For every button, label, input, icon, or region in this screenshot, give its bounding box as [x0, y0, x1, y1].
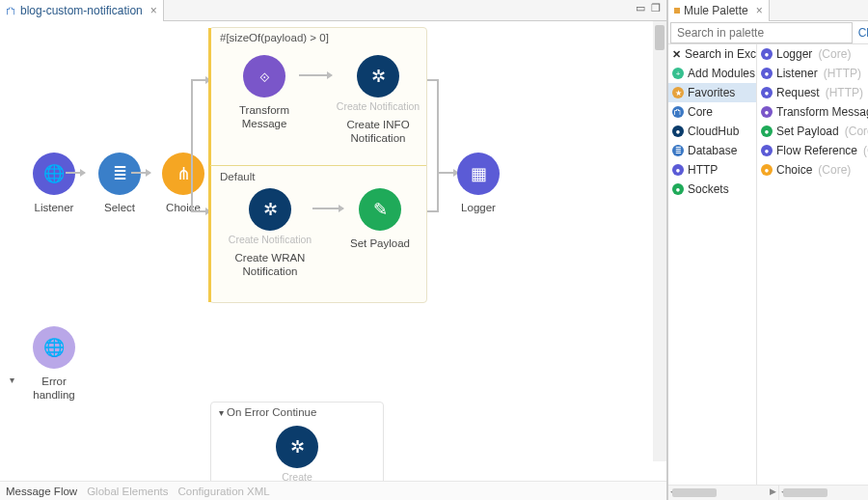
node-label: Create INFO Notification	[334, 118, 422, 146]
mule-file-icon: ⛫	[6, 5, 16, 16]
editor-bottom-tabs: Message Flow Global Elements Configurati…	[0, 481, 666, 500]
transform-icon: ⟐	[243, 55, 285, 97]
palette-cat-sockets[interactable]: ●Sockets	[668, 180, 756, 199]
node-transform-message[interactable]: ⟐ Transform Message	[230, 55, 299, 131]
node-label: Create WRAN Notification	[222, 251, 318, 279]
editor-pane: ⛫ blog-custom-notification × ▭ ❐ ▾ 🌐 Lis…	[0, 0, 667, 500]
flow-canvas-wrap: ▾ 🌐 Listener ≣ Select ⋔ Choice	[0, 21, 666, 481]
palette-item-logger[interactable]: ●Logger(Core)	[757, 44, 868, 64]
palette-search-row: Clear	[668, 21, 868, 44]
node-listener[interactable]: 🌐 Listener	[19, 153, 89, 214]
node-select[interactable]: ≣ Select	[85, 153, 154, 214]
arrow	[131, 172, 150, 174]
cloudhub-icon: ✲	[276, 426, 318, 468]
arrow	[66, 172, 85, 174]
node-create-wran-notification[interactable]: ✲ Create Notification Create WRAN Notifi…	[222, 188, 318, 279]
palette-item-listener[interactable]: ●Listener(HTTP)	[757, 64, 868, 83]
editor-tab-label: blog-custom-notification	[20, 4, 143, 17]
chevron-down-icon[interactable]: ▾	[219, 407, 224, 418]
database-icon: ≣	[98, 153, 141, 195]
error-icon: 🌐	[33, 326, 75, 369]
connector	[427, 174, 439, 212]
palette-clear-link[interactable]: Clear	[854, 26, 868, 40]
arrow	[299, 74, 332, 76]
palette-h-scrollbars: ◀▶ ◀▶	[668, 485, 868, 500]
listener-icon: 🌐	[33, 153, 75, 195]
node-sublabel: Create Notification	[334, 100, 422, 112]
node-set-payload[interactable]: ✎ Set Payload	[345, 188, 415, 250]
palette-search-input[interactable]	[670, 22, 853, 43]
set-payload-icon: ✎	[359, 188, 401, 231]
palette-tabbar: Mule Palette ×	[668, 0, 868, 21]
palette-item-set-payload[interactable]: ●Set Payload(Core)	[757, 122, 868, 141]
node-on-error-notify[interactable]: ✲ Create Notification	[262, 426, 332, 481]
logger-icon: ▦	[457, 153, 500, 195]
palette-item-flow-reference[interactable]: ●Flow Reference(Cor	[757, 141, 868, 160]
connector	[191, 79, 201, 174]
tab-blog-custom-notification[interactable]: ⛫ blog-custom-notification ×	[0, 0, 164, 21]
editor-window-controls: ▭ ❐	[636, 2, 661, 14]
node-label: Set Payload	[345, 236, 415, 250]
node-logger[interactable]: ▦ Logger	[444, 153, 513, 214]
palette-cat-favorites[interactable]: ★Favorites	[668, 83, 756, 102]
connector	[191, 174, 201, 212]
minimize-icon[interactable]: ▭	[636, 2, 645, 14]
editor-tabbar: ⛫ blog-custom-notification × ▭ ❐	[0, 0, 666, 21]
tab-message-flow[interactable]: Message Flow	[6, 486, 77, 497]
node-label: Select	[85, 201, 154, 214]
palette-left-scrollbar[interactable]: ◀▶	[668, 486, 778, 500]
node-sublabel: Create Notification	[262, 471, 332, 481]
palette-cat-database[interactable]: ≣Database	[668, 141, 756, 160]
flow-canvas[interactable]: ▾ 🌐 Listener ≣ Select ⋔ Choice	[8, 27, 649, 481]
tab-global-elements[interactable]: Global Elements	[87, 486, 168, 497]
restore-icon[interactable]: ❐	[651, 2, 661, 14]
close-tab-icon[interactable]: ×	[756, 4, 763, 17]
palette-item-request[interactable]: ●Request(HTTP)	[757, 83, 868, 102]
canvas-scrollbar[interactable]	[653, 21, 666, 461]
node-label: Logger	[444, 201, 513, 214]
close-tab-icon[interactable]: ×	[150, 4, 157, 17]
node-error-handling[interactable]: 🌐 Error handling	[19, 326, 89, 403]
palette-cat-cloudhub[interactable]: ●CloudHub	[668, 122, 756, 141]
palette-tab-icon	[674, 8, 680, 14]
node-create-info-notification[interactable]: ✲ Create Notification Create INFO Notifi…	[334, 55, 422, 146]
palette-item-transform[interactable]: ●Transform Message	[757, 102, 868, 122]
node-sublabel: Create Notification	[222, 234, 318, 245]
palette-right-scrollbar[interactable]: ◀▶	[779, 486, 868, 500]
node-label: Listener	[19, 201, 89, 214]
on-error-continue-container[interactable]: ▾On Error Continue ✲ Create Notification	[210, 402, 384, 481]
palette-categories: ✕Search in Exch +Add Modules ★Favorites …	[668, 44, 757, 485]
palette-cat-http[interactable]: ●HTTP	[668, 160, 756, 180]
choice-default-label[interactable]: Default	[220, 171, 255, 182]
choice-condition-label[interactable]: #[sizeOf(payload) > 0]	[220, 32, 329, 43]
tab-mule-palette[interactable]: Mule Palette ×	[668, 0, 770, 21]
arrow	[312, 208, 343, 209]
collapse-toggle-icon[interactable]: ▾	[10, 375, 14, 385]
palette-cat-add-modules[interactable]: +Add Modules	[668, 64, 756, 83]
palette-cat-core[interactable]: ⛫Core	[668, 102, 756, 122]
palette-cat-search-exchange[interactable]: ✕Search in Exch	[668, 44, 756, 64]
cloudhub-icon: ✲	[357, 55, 399, 97]
palette-tab-label: Mule Palette	[684, 4, 748, 17]
palette-item-choice[interactable]: ●Choice(Core)	[757, 160, 868, 180]
node-label: Transform Message	[230, 103, 299, 131]
on-error-title: On Error Continue	[227, 406, 316, 418]
tab-configuration-xml[interactable]: Configuration XML	[178, 486, 270, 497]
node-label: Error handling	[19, 375, 89, 403]
mule-palette-pane: Mule Palette × Clear ✕Search in Exch +Ad…	[667, 0, 868, 500]
palette-items: ●Logger(Core) ●Listener(HTTP) ●Request(H…	[757, 44, 868, 485]
connector	[427, 79, 439, 174]
cloudhub-icon: ✲	[249, 188, 291, 231]
choice-container: #[sizeOf(payload) > 0] Default ⟐ Transfo…	[209, 27, 427, 303]
